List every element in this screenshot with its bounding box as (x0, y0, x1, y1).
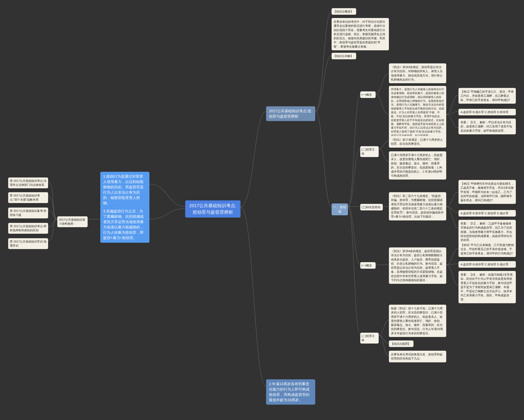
left-point-1-text: 1.抢劫行为是通过对受害人使用暴力，以达到劫取财物的目的。而盗窃罪是行为人以非法… (103, 174, 144, 205)
sec2-a-opts[interactable]: A.盗窃罪 B.抢夺罪 C.抢劫罪 D.侵占罪 (458, 261, 516, 268)
resources-label[interactable]: 2017公共基础知识复习资料推荐： (57, 216, 87, 227)
left-point-3-text: 3.实施盗窃行为之后，为了窝藏赃物、抗拒抓捕或者毁灭罪证而当场使用暴力或者以暴力… (103, 209, 144, 240)
right-point-2[interactable]: 2.年满14周岁具有刑事责任能力的行为人即可构成抢劫罪，而构成盗窃罪的最低年龄为… (266, 379, 315, 405)
sec2-a-ans[interactable]: 答案：【A】。解析：此题与例题1非常类似，区别在于行为人甲有没有故意采用使受害人… (458, 271, 516, 303)
resource-item-1[interactable]: 荐 2017公共基础知识考点:"四个全面"战略布局 (8, 192, 48, 203)
sec1-b-law[interactable]: 《刑法》第17条规定，已满十六周岁的人犯罪，应当负刑事责任。 (389, 136, 446, 148)
sec1-c-ex2[interactable]: 【例2】甲骑摩托车停在路边与朋友聊天，乙趁其不备，偷偷将车开走，开出5米后被甲发… (458, 180, 516, 204)
sec1-a-label[interactable]: (一)概念 (360, 91, 376, 98)
sec1-c-label[interactable]: (三)转化型抢劫 (360, 204, 383, 210)
sec1-b-label[interactable]: (二)犯罪主体 (360, 146, 379, 157)
sec1-b-body[interactable]: 已满十四周岁不满十六周岁的人，犯故意杀人、故意伤害致人重伤或死亡、强奸、抢劫、贩… (389, 151, 446, 180)
root-node[interactable]: 2017公共基础知识考点:抢劫罪与盗窃罪辨析 (185, 200, 241, 218)
resource-item-3[interactable]: 荐 2017公共基础知识考点:辨析抵押权和质权的区别 (8, 223, 48, 234)
sec1-label[interactable]: 一、抢劫罪 (332, 203, 348, 215)
sec1-c-law[interactable]: 《刑法》第二百六十九条规定，"犯盗窃、诈骗、抢夺罪，为窝藏赃物、抗拒抓捕或者毁灭… (389, 192, 446, 220)
kp-overview-body[interactable]: 在事业单位的考试中，对于刑法分论部分通常会以案例的形式进行考察，选项中分别出现四… (332, 18, 389, 50)
right-title-text: 2017公共基础知识考点:抢劫罪与盗窃罪辨析 (269, 109, 311, 118)
sec1-a-ex1[interactable]: 【例1】甲觊觎乙的手表已久，某日，甲将乙约出，并故意将乙灌醉，在乙醉着之际，甲将… (458, 88, 516, 104)
sec2-a-label[interactable]: (一)概念 (360, 262, 376, 269)
sec1-c-ans[interactable]: 答案：【C】。解析：乙趁甲不备偷偷将车骑走的行为构成盗窃罪，但乙为了抗拒抓捕，当… (458, 220, 516, 244)
resource-item-0[interactable]: 荐 2017公共基础知识考点:法理学之法律部门与法律体系 (8, 177, 48, 188)
resource-item-2[interactable]: 荐 2017公共基础知识备考:科技练习题 (8, 208, 48, 218)
sec1-a-body[interactable]: 所谓暴力，是指行为人对被害人的身体实行打击或者强制。抢劫罪的暴力，是指对被害人的… (389, 86, 446, 139)
sec1-c-opts[interactable]: A.盗窃罪 B.抢夺罪 C.抢劫罪 D.侵占罪 (458, 210, 516, 217)
sec2-b-label[interactable]: (二)犯罪主体 (360, 333, 379, 344)
sec1-a-opts[interactable]: A.盗窃罪 B.侵占罪 C.抢劫罪 D.抢夺罪 (458, 109, 516, 115)
sec1-a-ans[interactable]: 答案：【C】。解析：甲以非法占有为目的，故意将乙灌醉，对乙采用了使其不知反抗的暴… (458, 119, 516, 134)
resources-label-text: 2017公共基础知识复习资料推荐： (59, 218, 85, 225)
kp-overview-tag[interactable]: 【知识点概述】 (332, 8, 356, 15)
resource-item-4[interactable]: 荐 2017公共基础知识常识:地震常识 (8, 238, 48, 249)
sec2-a-ex3[interactable]: 【例3】甲与乙出来喝酒，乙不胜酒力醉倒过去，甲此时看见乙的手表价值连城，于是将乙… (458, 241, 516, 257)
sec2-b-tidy-tag[interactable]: 【知识点梳理】 (389, 340, 413, 347)
left-point-1[interactable]: 1.抢劫行为是通过对受害人使用暴力，以达到劫取财物的目的。而盗窃罪是行为人以非法… (100, 172, 149, 208)
sec1-a-law[interactable]: 《刑法》第263条规定，抢劫罪是以非法占有为目的，对财物的所有人、保管人当场使用… (389, 63, 446, 83)
sec2-b-law[interactable]: 根据《刑法》第十七条可知，已满十六周岁的人犯罪，应当负刑事责任，已满十四周岁不满… (389, 305, 446, 337)
left-point-3[interactable]: 3.实施盗窃行为之后，为了窝藏赃物、抗拒抓捕或者毁灭罪证而当场使用暴力或者以暴力… (100, 207, 149, 243)
kp-detail-tag[interactable]: 【知识点详解】 (332, 53, 356, 59)
right-title-node[interactable]: 2017公共基础知识考点:抢劫罪与盗窃罪辨析 (266, 106, 315, 121)
sec2-a-law[interactable]: 《刑法》第264条的规定，盗窃罪是指以非法占有为目的，盗窃公私财物数额较大或者多… (389, 247, 446, 284)
right-point-2-text: 2.年满14周岁具有刑事责任能力的行为人即可构成抢劫罪，而构成盗窃罪的最低年龄为… (269, 382, 309, 402)
root-title: 2017公共基础知识考点:抢劫罪与盗窃罪辨析 (189, 203, 236, 215)
sec2-b-tidy-body[interactable]: 从事业单位考试的角度出发，抢劫罪和盗窃罪的区别有如下几点: (389, 351, 446, 362)
